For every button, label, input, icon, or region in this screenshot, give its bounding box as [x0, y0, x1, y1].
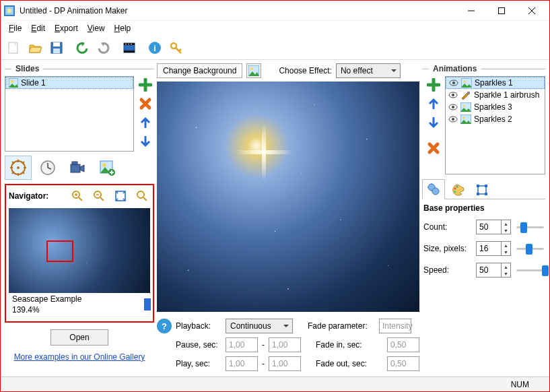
fadein-label: Fade in, sec:	[316, 340, 383, 350]
left-panel: Slides Slide 1 Navigator:	[5, 63, 154, 375]
color-props-tab[interactable]	[446, 179, 469, 199]
animation-item[interactable]: Sparkles 1	[446, 77, 545, 89]
visibility-icon[interactable]	[449, 78, 458, 88]
svg-point-60	[452, 106, 454, 108]
add-image-tab[interactable]	[94, 156, 121, 180]
minimize-button[interactable]	[456, 1, 486, 20]
redo-button[interactable]	[94, 38, 114, 58]
delete-animation-button[interactable]	[425, 139, 442, 157]
key-button[interactable]	[166, 38, 186, 58]
zoom-in-button[interactable]	[69, 188, 85, 204]
menu-file[interactable]: File	[5, 22, 26, 34]
thumbnail-title: Seascape Example	[12, 294, 147, 305]
animation-up-button[interactable]	[425, 95, 442, 112]
dash: -	[262, 340, 265, 350]
new-button[interactable]	[3, 38, 24, 58]
menu-help[interactable]: Help	[110, 22, 135, 34]
playback-mode-select[interactable]: Continuous	[226, 319, 293, 333]
add-animation-button[interactable]	[425, 76, 442, 94]
slides-list[interactable]: Slide 1	[5, 76, 134, 152]
fadein-input[interactable]: 0,50	[387, 337, 419, 352]
speed-slider[interactable]	[516, 264, 544, 276]
count-input[interactable]: 50▲▼	[476, 220, 511, 234]
right-panel: Animations Sparkles 1Sparkle 1 airbrushS…	[422, 63, 545, 375]
size-input[interactable]: 16▲▼	[476, 241, 511, 256]
close-button[interactable]	[516, 1, 547, 20]
export-video-button[interactable]	[119, 38, 139, 58]
animation-item[interactable]: Sparkles 3	[446, 101, 545, 113]
zoom-fit-button[interactable]	[112, 188, 129, 204]
fade-parameter-label: Fade parameter:	[308, 321, 375, 331]
undo-button[interactable]	[72, 38, 92, 58]
menu-export[interactable]: Export	[50, 22, 82, 34]
svg-point-21	[11, 80, 13, 83]
svg-point-48	[137, 191, 144, 198]
zoom-out-button[interactable]	[91, 188, 107, 204]
slide-item[interactable]: Slide 1	[5, 77, 133, 89]
info-button[interactable]: i	[145, 38, 165, 58]
speed-input[interactable]: 50▲▼	[476, 263, 511, 277]
animation-down-button[interactable]	[425, 114, 442, 131]
pause-start-input[interactable]: 1,00	[226, 337, 258, 352]
timing-tab[interactable]	[34, 156, 61, 180]
delete-slide-button[interactable]	[137, 95, 154, 112]
base-props-tab[interactable]	[422, 179, 445, 199]
menu-view[interactable]: View	[83, 22, 109, 34]
play-start-input[interactable]: 1,00	[226, 356, 258, 371]
svg-rect-73	[477, 185, 479, 187]
titlebar: Untitled - DP Animation Maker	[1, 1, 549, 21]
canvas[interactable]	[157, 81, 419, 312]
property-tabs	[422, 178, 545, 199]
fadeout-input[interactable]: 0,50	[387, 356, 419, 371]
speed-label: Speed:	[423, 265, 471, 275]
slide-down-button[interactable]	[137, 133, 154, 150]
slide-up-button[interactable]	[137, 114, 154, 131]
zoom-100-button[interactable]	[134, 188, 150, 204]
open-button[interactable]	[25, 38, 45, 58]
svg-point-14	[125, 43, 127, 44]
menu-edit[interactable]: Edit	[27, 22, 49, 34]
animation-label: Sparkles 1	[475, 78, 513, 88]
visibility-icon[interactable]	[448, 102, 458, 112]
online-gallery-link[interactable]: More examples in our Online Gallery	[14, 352, 145, 362]
camera-tab[interactable]	[64, 156, 91, 180]
animation-item[interactable]: Sparkle 1 airbrush	[446, 89, 545, 101]
maximize-button[interactable]	[486, 1, 516, 20]
animation-item[interactable]: Sparkles 2	[446, 113, 545, 125]
caption-scrollbar[interactable]	[144, 298, 151, 311]
fade-parameter-input[interactable]: Intensity	[379, 319, 411, 333]
visibility-icon[interactable]	[448, 115, 458, 124]
slides-header: Slides	[5, 64, 154, 73]
thumbnail-caption: Seascape Example 139.4%	[9, 293, 150, 317]
animations-header: Animations	[422, 64, 545, 73]
save-button[interactable]	[46, 38, 67, 58]
svg-point-57	[452, 94, 454, 96]
svg-point-55	[464, 81, 466, 83]
navigator-tab[interactable]	[5, 156, 32, 180]
thumbnail-zoom: 139.4%	[12, 305, 147, 316]
add-slide-button[interactable]	[137, 76, 154, 94]
pause-label: Pause, sec:	[176, 340, 221, 350]
navigator-viewport-rect[interactable]	[46, 240, 73, 262]
pause-end-input[interactable]: 1,00	[269, 337, 301, 352]
animation-label: Sparkles 3	[474, 102, 512, 112]
size-slider[interactable]	[516, 242, 544, 255]
open-example-button[interactable]: Open	[50, 329, 108, 346]
play-end-input[interactable]: 1,00	[269, 356, 301, 371]
canvas-toolbar: Change Background Choose Effect: No effe…	[157, 63, 419, 79]
help-icon[interactable]: ?	[157, 319, 172, 333]
svg-rect-75	[477, 193, 479, 195]
svg-rect-4	[498, 7, 504, 13]
svg-rect-35	[71, 164, 80, 172]
effect-select[interactable]: No effect	[336, 63, 401, 78]
count-slider[interactable]	[516, 221, 544, 233]
animations-list[interactable]: Sparkles 1Sparkle 1 airbrushSparkles 3Sp…	[445, 76, 545, 174]
navigator-thumbnail[interactable]	[9, 208, 150, 293]
background-thumb-button[interactable]	[246, 63, 261, 78]
svg-point-19	[171, 43, 176, 48]
area-props-tab[interactable]	[471, 179, 493, 199]
svg-point-51	[250, 67, 253, 70]
change-background-button[interactable]: Change Background	[157, 63, 242, 78]
visibility-icon[interactable]	[448, 90, 458, 100]
menubar: File Edit Export View Help	[1, 21, 549, 36]
